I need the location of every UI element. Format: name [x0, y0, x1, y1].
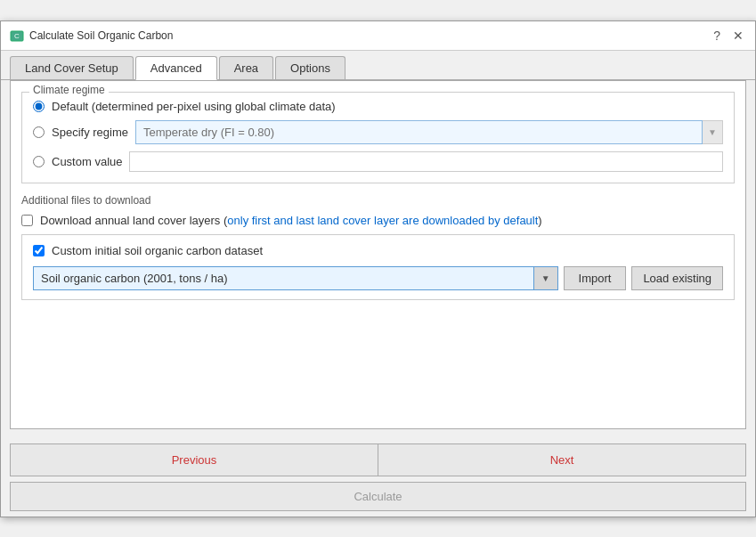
- custom-value-input[interactable]: [129, 151, 723, 172]
- download-checkbox[interactable]: [21, 215, 33, 226]
- regime-dropdown-wrapper: Temperate dry (FI = 0.80) ▼: [135, 120, 723, 144]
- radio-specify-label: Specify regime: [52, 126, 128, 139]
- dataset-select[interactable]: Soil organic carbon (2001, tons / ha): [33, 266, 534, 290]
- load-existing-button[interactable]: Load existing: [631, 266, 723, 290]
- download-checkbox-label: Download annual land cover layers (only …: [40, 214, 542, 227]
- close-button[interactable]: ✕: [730, 29, 746, 42]
- radio-custom-label: Custom value: [52, 155, 122, 168]
- main-window: C Calculate Soil Organic Carbon ? ✕ Land…: [0, 20, 756, 517]
- climate-regime-title: Climate regime: [29, 84, 109, 96]
- regime-select[interactable]: Temperate dry (FI = 0.80): [135, 120, 703, 144]
- radio-row-custom: Custom value: [33, 151, 723, 172]
- radio-default[interactable]: [33, 101, 45, 112]
- radio-row-specify: Specify regime Temperate dry (FI = 0.80)…: [33, 120, 723, 144]
- svg-text:C: C: [14, 32, 20, 40]
- calculate-button[interactable]: Calculate: [10, 482, 746, 511]
- dataset-dropdown-wrapper: Soil organic carbon (2001, tons / ha) ▼: [33, 266, 558, 290]
- additional-files-section: Additional files to download Download an…: [21, 194, 735, 300]
- custom-dataset-label: Custom initial soil organic carbon datas…: [52, 244, 263, 257]
- main-content: Climate regime Default (determined per-p…: [10, 80, 746, 429]
- tab-bar: Land Cover Setup Advanced Area Options: [1, 51, 755, 80]
- window-title: Calculate Soil Organic Carbon: [29, 29, 173, 42]
- radio-custom[interactable]: [33, 156, 45, 167]
- app-icon: C: [10, 28, 24, 43]
- download-checkbox-row: Download annual land cover layers (only …: [21, 214, 735, 227]
- tab-area[interactable]: Area: [219, 56, 273, 79]
- radio-row-default: Default (determined per-pixel using glob…: [33, 100, 723, 113]
- regime-dropdown-arrow: ▼: [703, 120, 723, 144]
- import-button[interactable]: Import: [564, 266, 627, 290]
- empty-space: [21, 311, 735, 418]
- additional-files-label: Additional files to download: [21, 194, 735, 207]
- custom-dataset-checkbox[interactable]: [33, 245, 45, 256]
- title-bar: C Calculate Soil Organic Carbon ? ✕: [1, 21, 755, 51]
- tab-land-cover-setup[interactable]: Land Cover Setup: [10, 56, 134, 79]
- climate-regime-group: Climate regime Default (determined per-p…: [21, 92, 735, 183]
- dataset-header: Custom initial soil organic carbon datas…: [33, 244, 723, 257]
- radio-specify[interactable]: [33, 126, 45, 138]
- custom-dataset-box: Custom initial soil organic carbon datas…: [21, 234, 735, 300]
- bottom-area: Previous Next Calculate: [1, 438, 755, 517]
- radio-default-label: Default (determined per-pixel using glob…: [52, 100, 336, 113]
- next-button[interactable]: Next: [378, 443, 746, 476]
- download-note: only first and last land cover layer are…: [227, 214, 538, 227]
- dataset-dropdown-arrow[interactable]: ▼: [534, 266, 558, 290]
- dataset-controls: Soil organic carbon (2001, tons / ha) ▼ …: [33, 266, 723, 290]
- help-button[interactable]: ?: [711, 29, 723, 42]
- previous-button[interactable]: Previous: [10, 443, 378, 476]
- tab-options[interactable]: Options: [275, 56, 345, 79]
- tab-advanced[interactable]: Advanced: [135, 56, 217, 80]
- global-climate-link: global climate data: [235, 100, 331, 113]
- nav-buttons: Previous Next: [10, 443, 746, 476]
